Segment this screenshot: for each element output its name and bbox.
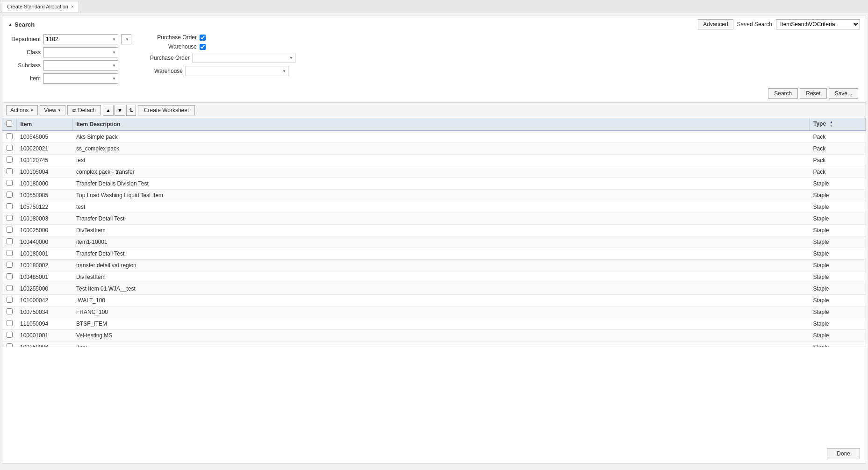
select-all-checkbox[interactable] <box>6 121 12 127</box>
actions-button[interactable]: Actions ▼ <box>6 105 38 115</box>
tab-bar: Create Standard Allocation × <box>0 0 868 13</box>
row-item: 100545005 <box>16 131 72 143</box>
row-item: 100150006 <box>16 342 72 348</box>
move-down-icon[interactable]: ▼ <box>115 105 125 116</box>
row-checkbox[interactable] <box>7 145 13 151</box>
table-row: 101000042 .WALT_100 Staple <box>2 295 866 306</box>
move-up-icon[interactable]: ▲ <box>103 105 114 116</box>
row-item: 100485001 <box>16 271 72 283</box>
row-item: 100180000 <box>16 178 72 190</box>
row-type: Pack <box>810 166 866 178</box>
purchase-order-dropdown-wrapper <box>193 53 295 63</box>
row-checkbox-cell <box>2 155 16 166</box>
table-row: 100180000 Transfer Details Division Test… <box>2 178 866 190</box>
saved-search-dropdown[interactable]: ItemSearchVOCriteria <box>776 19 860 29</box>
table-row: 100105004 complex pack - transfer Pack <box>2 166 866 178</box>
row-checkbox[interactable] <box>7 192 13 198</box>
view-button[interactable]: View ▼ <box>40 105 65 115</box>
table-row: 100120745 test Pack <box>2 155 866 166</box>
tab-label: Create Standard Allocation <box>7 4 68 9</box>
row-checkbox[interactable] <box>7 285 13 291</box>
row-type: Staple <box>810 248 866 260</box>
items-table: Item Item Description Type ▲ ▼ <box>2 118 866 347</box>
row-checkbox[interactable] <box>7 273 13 279</box>
table-row: 111050094 BTSF_ITEM Staple <box>2 318 866 330</box>
tab-create-standard-allocation[interactable]: Create Standard Allocation × <box>2 1 79 12</box>
row-checkbox-cell <box>2 260 16 271</box>
row-checkbox-cell <box>2 342 16 348</box>
class-dropdown[interactable] <box>43 47 118 57</box>
search-header: ▲ Search Advanced Saved Search ItemSearc… <box>8 19 860 29</box>
row-description: Item <box>72 342 810 348</box>
row-checkbox[interactable] <box>7 320 13 326</box>
warehouse-dropdown[interactable] <box>186 66 288 76</box>
row-description: test <box>72 201 810 213</box>
row-checkbox[interactable] <box>7 157 13 163</box>
row-item: 100025000 <box>16 225 72 236</box>
row-checkbox[interactable] <box>7 227 13 233</box>
warehouse-checkbox[interactable] <box>200 44 206 50</box>
row-checkbox[interactable] <box>7 297 13 303</box>
tab-close-icon[interactable]: × <box>71 4 74 9</box>
search-button[interactable]: Search <box>768 88 798 99</box>
row-checkbox[interactable] <box>7 343 13 347</box>
table-row: 100545005 Aks Simple pack Pack <box>2 131 866 143</box>
purchase-order-dropdown[interactable] <box>193 53 295 63</box>
sort-down-icon: ▼ <box>829 124 833 128</box>
row-item: 100440000 <box>16 236 72 248</box>
header-type-col[interactable]: Type ▲ ▼ <box>810 118 866 131</box>
done-button[interactable]: Done <box>827 448 860 459</box>
table-row: 100180003 Transfer Detail Test Staple <box>2 213 866 225</box>
detach-button[interactable]: ⧉ Detach <box>67 105 101 115</box>
reset-button[interactable]: Reset <box>800 88 826 99</box>
department-dropdown[interactable] <box>121 34 131 44</box>
advanced-button[interactable]: Advanced <box>698 19 733 29</box>
row-checkbox[interactable] <box>7 308 13 314</box>
table-container[interactable]: Item Item Description Type ▲ ▼ <box>2 118 866 347</box>
row-description: DivTestItem <box>72 225 810 236</box>
class-row: Class <box>8 47 131 57</box>
row-checkbox-cell <box>2 201 16 213</box>
detach-label: Detach <box>78 107 96 114</box>
row-checkbox[interactable] <box>7 168 13 174</box>
header-description-col: Item Description <box>72 118 810 131</box>
create-worksheet-button[interactable]: Create Worksheet <box>138 105 195 115</box>
subclass-dropdown[interactable] <box>43 60 118 71</box>
search-header-right: Advanced Saved Search ItemSearchVOCriter… <box>698 19 860 29</box>
row-type: Staple <box>810 236 866 248</box>
row-type: Staple <box>810 260 866 271</box>
item-dropdown[interactable] <box>43 73 118 84</box>
table-body: 100545005 Aks Simple pack Pack 100020021… <box>2 131 866 347</box>
row-checkbox[interactable] <box>7 250 13 256</box>
search-actions: Search Reset Save... <box>8 88 860 99</box>
row-item: 100001001 <box>16 330 72 342</box>
department-select-wrapper <box>43 34 118 44</box>
row-type: Staple <box>810 295 866 306</box>
sort-icon[interactable]: ⇅ <box>126 105 136 116</box>
row-checkbox-cell <box>2 283 16 295</box>
row-checkbox-cell <box>2 248 16 260</box>
header-item-label: Item <box>21 121 32 128</box>
row-type: Staple <box>810 330 866 342</box>
header-description-label: Item Description <box>77 121 121 128</box>
actions-chevron-icon: ▼ <box>30 108 34 113</box>
row-item: 100550085 <box>16 190 72 201</box>
row-checkbox[interactable] <box>7 215 13 221</box>
collapse-icon[interactable]: ▲ <box>8 22 13 27</box>
department-input[interactable] <box>43 34 118 44</box>
actions-label: Actions <box>10 107 29 114</box>
save-button[interactable]: Save... <box>829 88 858 99</box>
row-checkbox[interactable] <box>7 180 13 186</box>
row-checkbox[interactable] <box>7 238 13 244</box>
detach-icon: ⧉ <box>72 107 76 114</box>
row-checkbox[interactable] <box>7 332 13 338</box>
table-row: 100150006 Item Staple <box>2 342 866 348</box>
table-header-row: Item Item Description Type ▲ ▼ <box>2 118 866 131</box>
row-checkbox[interactable] <box>7 203 13 209</box>
row-checkbox[interactable] <box>7 262 13 268</box>
table-row: 100440000 item1-10001 Staple <box>2 236 866 248</box>
purchase-order-checkbox[interactable] <box>200 35 206 41</box>
row-type: Staple <box>810 283 866 295</box>
row-checkbox[interactable] <box>7 133 13 139</box>
row-description: Aks Simple pack <box>72 131 810 143</box>
